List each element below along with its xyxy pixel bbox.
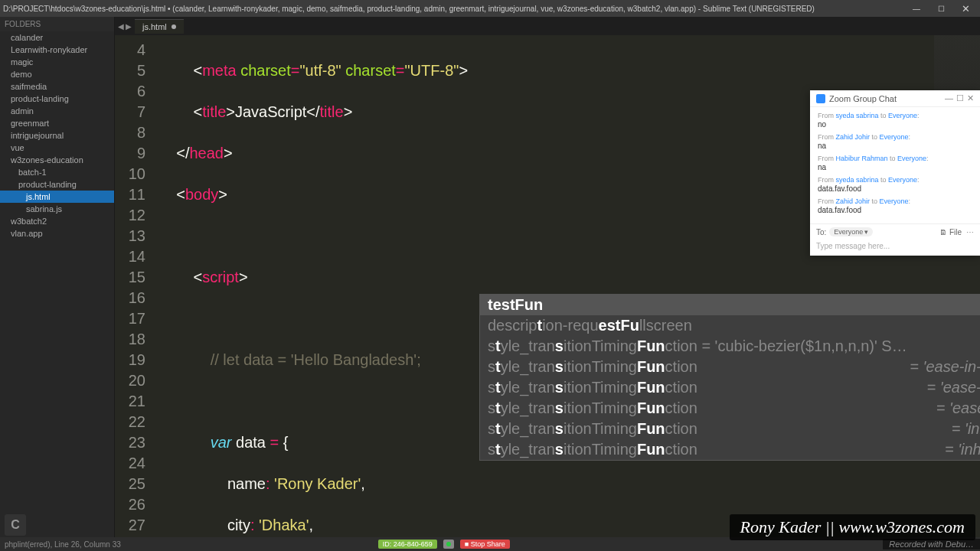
tab-label: js.html [142,22,167,31]
autocomplete-item[interactable]: style_transitionTimingFunction= 'ease-in… [480,357,980,377]
sidebar-item[interactable]: vlan.app [0,227,114,240]
zoom-message-input[interactable]: Type message here... [816,240,974,253]
sidebar-item[interactable]: demo [0,68,114,80]
sidebar-item[interactable]: w3batch2 [0,215,114,227]
zoom-message: From Zahid Johir to Everyone:na [818,133,972,150]
sidebar-item[interactable]: calander [0,31,114,44]
sidebar: FOLDERS calanderLearnwith-ronykadermagic… [0,17,115,537]
zoom-minimize-button[interactable]: — [945,93,953,103]
tab-jshtml[interactable]: js.html [135,19,184,34]
stop-share-button[interactable]: ■ Stop Share [460,540,510,549]
autocomplete-item[interactable]: style_transitionTimingFunction= 'initial… [480,419,980,439]
line-gutter: 4567891011121314151617181920212223242526… [115,35,152,537]
sidebar-item[interactable]: product-landing [0,178,114,191]
autocomplete-item[interactable]: style_transitionTimingFunction = 'cubic-… [480,336,980,357]
sidebar-item[interactable]: saifmedia [0,80,114,93]
titlebar: D:\PROJECT\htdocs\w3zones-education\js.h… [0,0,980,17]
zoom-title: Zoom Group Chat [829,94,897,103]
zoom-maximize-button[interactable]: ☐ [956,93,964,103]
tab-row: ◀ ▶ js.html [115,17,980,35]
autocomplete-popup[interactable]: testFundescription-requestFullscreenElem… [479,294,980,461]
zoom-to-label: To: [816,228,826,236]
status-lint: phplint(erred), Line 26, Column 33 [5,540,121,549]
chevron-down-icon: ▾ [864,228,868,236]
zoom-message: From syeda sabrina to Everyone:no [818,112,972,129]
zoom-chat-window[interactable]: Zoom Group Chat — ☐ ✕ From syeda sabrina… [810,90,980,256]
autocomplete-item[interactable]: testFun [480,295,980,315]
zoom-app-icon [816,94,825,103]
maximize-button[interactable]: ☐ [929,1,952,16]
sidebar-item[interactable]: js.html [0,191,114,203]
autocomplete-item[interactable]: style_transitionTimingFunction= 'ease-in… [480,398,980,419]
autocomplete-item[interactable]: style_transitionTimingFunction= 'inherit… [480,439,980,460]
status-recording [443,540,454,549]
zoom-recipient-select[interactable]: Everyone ▾ [829,227,873,236]
tab-next-icon[interactable]: ▶ [126,22,132,31]
recording-watermark: Recorded with Debu… [883,539,980,549]
file-icon: 🗎 [939,228,947,236]
video-watermark: Rony Kader || www.w3zones.com [730,514,975,540]
zoom-more-button[interactable]: ⋯ [966,228,974,236]
sidebar-item[interactable]: Learnwith-ronykader [0,44,114,56]
app-logo-icon: C [5,514,26,536]
zoom-close-button[interactable]: ✕ [967,93,974,103]
zoom-message-list: From syeda sabrina to Everyone:noFrom Za… [810,107,980,223]
zoom-message: From Habibur Rahman to Everyone:na [818,155,972,171]
autocomplete-item[interactable]: description-requestFullscreenElement [480,315,980,336]
sidebar-item[interactable]: greenmart [0,117,114,129]
zoom-message: From syeda sabrina to Everyone:data.fav.… [818,176,972,193]
status-id-badge[interactable]: ID: 246-840-659 [378,540,437,549]
sidebar-item[interactable]: magic [0,56,114,68]
sidebar-item[interactable]: vue [0,142,114,154]
sidebar-item[interactable]: w3zones-education [0,154,114,166]
close-button[interactable]: ✕ [954,1,977,16]
modified-dot-icon [172,24,176,29]
sidebar-item[interactable]: intriguejournal [0,129,114,142]
sidebar-item[interactable]: batch-1 [0,166,114,178]
autocomplete-item[interactable]: style_transitionTimingFunction= 'ease-ou… [480,377,980,398]
sidebar-item[interactable]: sabrina.js [0,203,114,215]
zoom-file-button[interactable]: 🗎 File [939,228,962,236]
minimize-button[interactable]: — [905,1,928,16]
tab-prev-icon[interactable]: ◀ [118,22,124,31]
sidebar-item[interactable]: product-landing [0,93,114,105]
sidebar-item[interactable]: admin [0,105,114,117]
window-title: D:\PROJECT\htdocs\w3zones-education\js.h… [3,5,815,13]
zoom-message: From Zahid Johir to Everyone:data.fav.fo… [818,197,972,214]
sidebar-header: FOLDERS [0,17,114,31]
